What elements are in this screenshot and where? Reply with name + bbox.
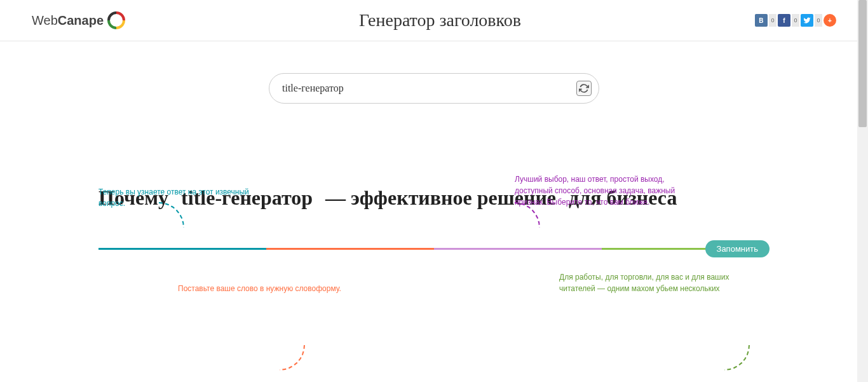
logo-swirl-icon [107,11,125,29]
seg-purple [434,248,602,250]
hint-orange: Поставьте ваше слово в нужную словоформу… [178,283,341,294]
hint-teal: Теперь вы узнаете ответ на этот извечный… [98,186,276,209]
arc-teal-icon [133,202,184,253]
hint-purple: Лучший выбор, наш ответ, простой выход, … [515,174,693,208]
arc-orange-icon [254,320,305,371]
vk-share-button[interactable]: В [755,14,768,27]
refresh-button[interactable] [576,81,592,96]
search-box [269,73,599,104]
scrollbar[interactable] [857,0,868,382]
fb-count: 0 [792,14,799,27]
header: WebCanape Генератор заголовков В 0 f 0 0… [0,0,868,41]
vk-count: 0 [769,14,776,27]
divider-line [98,248,770,250]
logo[interactable]: WebCanape [32,11,125,29]
seg-orange [266,248,434,250]
tw-share-button[interactable] [801,14,813,27]
fb-share-button[interactable]: f [778,14,790,27]
arc-green-icon [699,320,750,371]
remember-button[interactable]: Запомнить [705,240,770,257]
content: Теперь вы узнаете ответ на этот извечный… [0,186,868,250]
plus-share-button[interactable]: + [824,14,836,27]
keyword-input[interactable] [269,73,599,104]
hint-green: Для работы, для торговли, для вас и для … [559,271,737,294]
tw-count: 0 [815,14,822,27]
refresh-icon [579,83,589,93]
arc-purple-icon [489,202,540,253]
scrollbar-thumb[interactable] [858,0,867,127]
seg-teal [98,248,266,250]
page-title: Генератор заголовков [359,10,521,31]
logo-text: WebCanape [32,13,104,28]
search-area [0,73,868,104]
social-buttons: В 0 f 0 0 + [755,14,836,27]
